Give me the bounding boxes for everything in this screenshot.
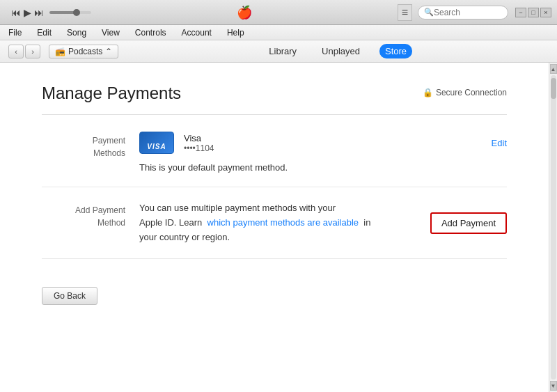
menu-song[interactable]: Song (64, 26, 89, 39)
add-payment-desc4: your country or region. (139, 232, 230, 242)
card-number: ••••1104 (184, 143, 214, 153)
volume-thumb (73, 9, 80, 16)
add-payment-desc3: in (363, 217, 370, 228)
add-payment-button[interactable]: Add Payment (430, 212, 507, 234)
scrollbar: ▲ ▼ (549, 63, 557, 392)
go-back-button[interactable]: Go Back (42, 287, 97, 305)
rewind-button[interactable]: ⏮ (11, 7, 21, 18)
page-header: Manage Payments 🔒 Secure Connection (42, 84, 507, 115)
menu-help[interactable]: Help (224, 26, 247, 39)
add-payment-label: Add PaymentMethod (42, 201, 139, 244)
payment-methods-content: VISA Visa ••••1104 Edit This is your def… (139, 132, 507, 173)
search-area: ≡ 🔍 (398, 4, 508, 21)
playback-controls: ⏮ ▶ ⏭ (11, 7, 91, 18)
edit-link[interactable]: Edit (492, 138, 507, 148)
menu-bar: File Edit Song View Controls Account Hel… (0, 25, 557, 40)
fastforward-button[interactable]: ⏭ (34, 7, 44, 18)
back-button[interactable]: ‹ (8, 45, 24, 58)
payment-methods-link[interactable]: which payment methods are available (207, 217, 359, 228)
payment-methods-label: PaymentMethods (42, 132, 139, 173)
menu-file[interactable]: File (6, 26, 24, 39)
add-payment-desc2: Apple ID. Learn (139, 217, 202, 228)
add-payment-section: Add PaymentMethod You can use multiple p… (42, 201, 507, 259)
nav-bar: ‹ › 📻 Podcasts ⌃ Library Unplayed Store (0, 40, 557, 63)
source-label: Podcasts (68, 47, 102, 56)
scrollbar-down-button[interactable]: ▼ (550, 381, 557, 391)
maximize-button[interactable]: □ (528, 8, 539, 17)
scrollbar-track[interactable] (551, 75, 556, 379)
window-controls: − □ × (515, 8, 551, 17)
add-payment-row: You can use multiple payment methods wit… (139, 201, 507, 244)
title-bar: ⏮ ▶ ⏭ 🍎 ≡ 🔍 − □ × (0, 0, 557, 25)
nav-links: Library Unplayed Store (127, 44, 549, 58)
list-view-icon[interactable]: ≡ (398, 4, 412, 21)
payment-card-info: VISA Visa ••••1104 (139, 132, 214, 154)
add-payment-desc1: You can use multiple payment methods wit… (139, 203, 336, 213)
search-icon: 🔍 (424, 8, 434, 17)
payment-methods-section: PaymentMethods VISA Visa ••••1104 Edit T… (42, 132, 507, 187)
menu-account[interactable]: Account (179, 26, 214, 39)
lock-icon: 🔒 (423, 88, 433, 97)
minimize-button[interactable]: − (515, 8, 526, 17)
forward-button[interactable]: › (25, 45, 40, 58)
apple-logo: 🍎 (91, 5, 398, 20)
main-content: Manage Payments 🔒 Secure Connection Paym… (0, 63, 549, 392)
nav-arrows: ‹ › (8, 45, 40, 58)
scrollbar-thumb (551, 78, 556, 99)
menu-view[interactable]: View (99, 26, 123, 39)
payment-card-row: VISA Visa ••••1104 Edit (139, 132, 507, 154)
visa-logo-text: VISA (147, 143, 166, 150)
card-name: Visa (184, 133, 214, 143)
dropdown-icon: ⌃ (105, 47, 112, 56)
podcast-icon: 📻 (55, 47, 65, 56)
source-selector[interactable]: 📻 Podcasts ⌃ (49, 45, 118, 58)
library-link[interactable]: Library (263, 44, 302, 58)
scrollbar-up-button[interactable]: ▲ (550, 64, 557, 74)
search-input[interactable] (434, 8, 503, 17)
secure-connection-label: Secure Connection (436, 88, 507, 97)
secure-connection: 🔒 Secure Connection (423, 88, 507, 97)
card-details: Visa ••••1104 (184, 133, 214, 153)
visa-card-image: VISA (139, 132, 174, 154)
page-title: Manage Payments (42, 84, 181, 103)
menu-controls[interactable]: Controls (132, 26, 169, 39)
content-wrapper: Manage Payments 🔒 Secure Connection Paym… (0, 63, 557, 392)
close-button[interactable]: × (540, 8, 551, 17)
unplayed-link[interactable]: Unplayed (316, 44, 366, 58)
volume-slider[interactable] (49, 11, 91, 14)
add-payment-description: You can use multiple payment methods wit… (139, 201, 405, 244)
add-payment-content: You can use multiple payment methods wit… (139, 201, 507, 244)
menu-edit[interactable]: Edit (34, 26, 54, 39)
default-payment-text: This is your default payment method. (139, 162, 507, 173)
store-link[interactable]: Store (379, 44, 412, 58)
search-box: 🔍 (418, 6, 508, 19)
play-button[interactable]: ▶ (24, 7, 31, 18)
